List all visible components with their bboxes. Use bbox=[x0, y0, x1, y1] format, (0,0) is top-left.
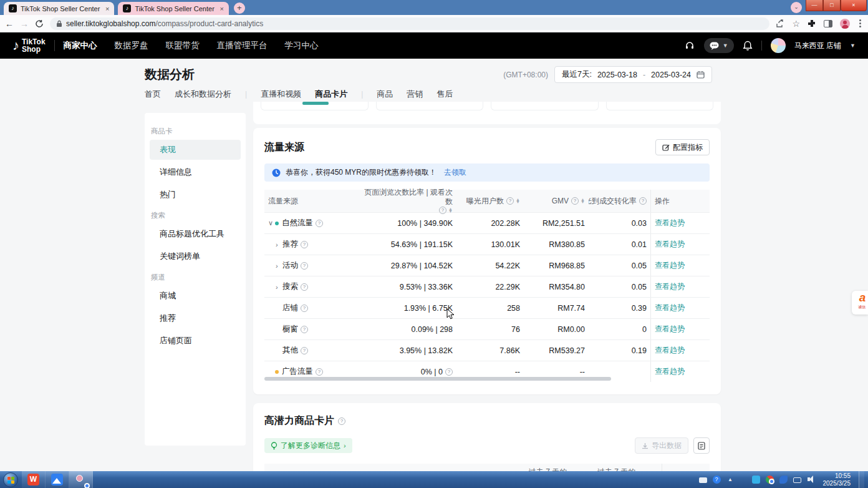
minimize-button[interactable]: — bbox=[806, 0, 823, 11]
traffic-row-cvr: 0.03 bbox=[589, 219, 650, 228]
high-potential-title: 高潜力商品卡片 bbox=[264, 414, 334, 427]
help-icon[interactable] bbox=[316, 220, 323, 227]
traffic-source-name: 推荐 bbox=[282, 239, 298, 250]
help-icon[interactable] bbox=[506, 197, 514, 205]
sidebar-item-0-1[interactable]: 详细信息 bbox=[150, 162, 241, 182]
analytics-tab-2[interactable]: 成长和数据分析 bbox=[175, 89, 231, 104]
start-button[interactable] bbox=[3, 472, 18, 487]
tiktok-logo-text[interactable]: TikTokShop bbox=[22, 38, 46, 53]
shop-name[interactable]: 马来西亚 店铺 bbox=[794, 41, 841, 51]
show-hidden-icons[interactable]: ▲ bbox=[726, 476, 735, 484]
view-trend-link[interactable]: 查看趋势 bbox=[655, 366, 685, 377]
browser-menu-icon[interactable] bbox=[859, 22, 861, 24]
appnav-item-4[interactable]: 直播管理平台 bbox=[217, 40, 268, 51]
help-icon[interactable] bbox=[301, 326, 308, 333]
new-tab-button[interactable]: + bbox=[234, 2, 245, 14]
expand-icon[interactable]: › bbox=[276, 262, 282, 270]
export-data-button[interactable]: 导出数据 bbox=[635, 437, 688, 454]
configure-metrics-button[interactable]: 配置指标 bbox=[655, 139, 710, 155]
app-tray-icon[interactable] bbox=[779, 476, 788, 484]
column-label: 曝光到成交转化率 bbox=[589, 197, 637, 206]
view-trend-link[interactable]: 查看趋势 bbox=[655, 324, 685, 334]
tab-close-icon[interactable]: × bbox=[219, 5, 223, 12]
sort-icon[interactable]: ▲▼ bbox=[516, 198, 520, 203]
help-icon[interactable] bbox=[445, 368, 453, 376]
view-trend-link[interactable]: 查看趋势 bbox=[655, 303, 685, 313]
help-icon[interactable] bbox=[301, 305, 308, 312]
expand-icon[interactable]: › bbox=[276, 283, 282, 291]
view-trend-link[interactable]: 查看趋势 bbox=[655, 281, 685, 292]
view-trend-link[interactable]: 查看趋势 bbox=[655, 345, 685, 356]
appnav-item-2[interactable]: 数据罗盘 bbox=[115, 40, 148, 51]
shop-avatar[interactable] bbox=[771, 38, 786, 53]
taskbar-chrome-button[interactable] bbox=[69, 471, 93, 488]
traffic-source-name: 自然流量 bbox=[282, 218, 313, 228]
sidebar-item-2-2[interactable]: 店铺页面 bbox=[150, 331, 241, 351]
taskbar-wps-button[interactable]: W bbox=[22, 471, 46, 488]
chrome-tray-icon[interactable] bbox=[766, 476, 774, 484]
floating-promo-widget[interactable]: a 诚信 bbox=[852, 291, 868, 315]
headset-icon[interactable] bbox=[684, 40, 695, 51]
side-panel-icon[interactable] bbox=[824, 20, 832, 27]
ratio-value: 1.93% | 6.75K bbox=[404, 304, 453, 313]
sidebar-item-1-1[interactable]: 关键词榜单 bbox=[150, 246, 241, 266]
appnav-item-1[interactable]: 商家中心 bbox=[64, 40, 97, 51]
network-icon[interactable] bbox=[793, 477, 801, 483]
expand-icon[interactable]: › bbox=[276, 241, 282, 248]
help-icon[interactable] bbox=[301, 283, 308, 291]
help-icon[interactable] bbox=[301, 241, 308, 248]
chevron-down-icon[interactable]: ▼ bbox=[850, 42, 856, 49]
view-trend-link[interactable]: 查看趋势 bbox=[655, 218, 685, 228]
sort-icon[interactable]: ▲▼ bbox=[581, 198, 585, 203]
share-icon[interactable] bbox=[776, 19, 784, 28]
bell-icon[interactable] bbox=[743, 41, 753, 51]
show-desktop-button[interactable] bbox=[859, 471, 864, 488]
mouse-cursor bbox=[446, 308, 455, 320]
url-bar[interactable]: seller.tiktokglobalshop.com/compass/prod… bbox=[50, 17, 769, 30]
help-icon[interactable] bbox=[338, 417, 345, 425]
help-icon[interactable] bbox=[301, 347, 308, 354]
tab-close-icon[interactable]: × bbox=[105, 5, 109, 12]
sidebar-item-2-1[interactable]: 推荐 bbox=[150, 308, 241, 328]
tab-search-chevron-icon[interactable]: ⌄ bbox=[791, 2, 802, 13]
view-trend-link[interactable]: 查看趋势 bbox=[655, 239, 685, 250]
message-center-pill[interactable]: ▼ bbox=[704, 38, 734, 53]
traffic-table-body: ∨自然流量100% | 349.90K202.28KRM2,251.510.03… bbox=[264, 212, 710, 382]
help-icon[interactable] bbox=[439, 207, 446, 214]
collapse-icon[interactable]: ∨ bbox=[268, 219, 275, 227]
diagnosis-link-pill[interactable]: 了解更多诊断信息 › bbox=[264, 438, 352, 453]
help-icon[interactable] bbox=[301, 262, 308, 270]
browser-tab-2[interactable]: ♪TikTok Shop Seller Center | Cr× bbox=[118, 2, 228, 15]
bookmark-star-icon[interactable]: ☆ bbox=[792, 19, 800, 29]
taskbar-clock[interactable]: 10:55 2025/3/25 bbox=[821, 472, 854, 487]
sidebar-item-1-0[interactable]: 商品标题优化工具 bbox=[150, 224, 241, 244]
input-method-icon[interactable] bbox=[699, 477, 707, 483]
close-button[interactable]: × bbox=[841, 0, 867, 11]
browser-tab-1[interactable]: ♪TikTok Shop Seller Center | Cr× bbox=[4, 2, 114, 15]
claim-coupon-link[interactable]: 去领取 bbox=[444, 167, 466, 178]
browser-profile-avatar[interactable] bbox=[840, 19, 850, 29]
help-icon[interactable] bbox=[571, 197, 579, 205]
help-icon[interactable] bbox=[316, 368, 323, 376]
horizontal-scrollbar[interactable] bbox=[264, 377, 611, 381]
help-tray-icon[interactable]: ? bbox=[713, 476, 721, 484]
messenger-tray-icon[interactable] bbox=[752, 476, 760, 484]
sidebar-item-0-2[interactable]: 热门 bbox=[150, 185, 241, 205]
help-icon[interactable] bbox=[639, 197, 647, 205]
sidebar-item-0-0[interactable]: 表现 bbox=[150, 140, 241, 160]
view-trend-link[interactable]: 查看趋势 bbox=[655, 260, 685, 271]
sidebar-item-2-0[interactable]: 商城 bbox=[150, 286, 241, 306]
taskbar-app-button[interactable] bbox=[46, 471, 69, 488]
report-list-button[interactable] bbox=[693, 437, 710, 454]
analytics-tab-1[interactable]: 首页 bbox=[145, 89, 161, 104]
sort-icon[interactable]: ▲▼ bbox=[448, 208, 453, 213]
appnav-item-5[interactable]: 学习中心 bbox=[285, 40, 319, 51]
high-potential-card: 高潜力商品卡片 了解更多诊断信息 › 导出数据 bbox=[253, 403, 721, 471]
volume-icon[interactable] bbox=[807, 476, 815, 484]
extensions-puzzle-icon[interactable] bbox=[808, 19, 816, 28]
forward-icon[interactable]: → bbox=[20, 19, 29, 29]
appnav-item-3[interactable]: 联盟带货 bbox=[166, 40, 200, 51]
maximize-button[interactable]: □ bbox=[823, 0, 841, 11]
reload-icon[interactable] bbox=[35, 19, 44, 28]
back-icon[interactable]: ← bbox=[5, 19, 14, 29]
